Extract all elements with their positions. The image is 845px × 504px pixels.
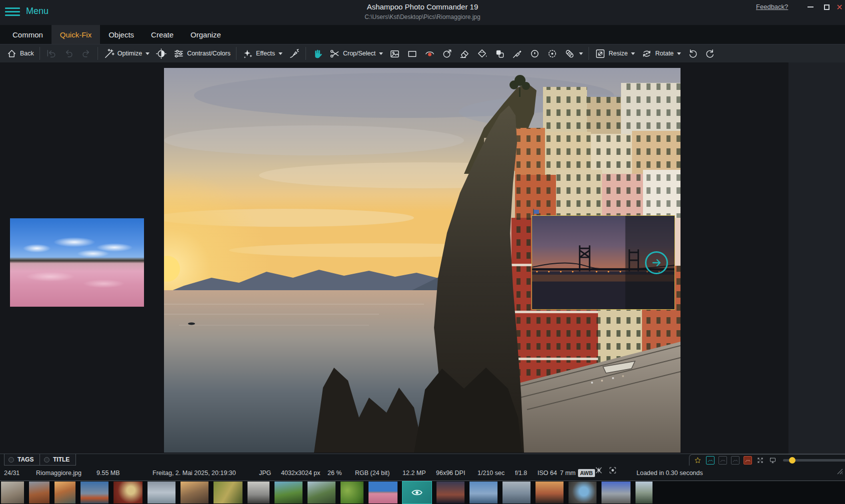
crop-select-button[interactable]: Crop/Select xyxy=(326,46,386,61)
filmstrip-thumb-red-rooftops[interactable] xyxy=(29,482,50,504)
status-exposure: 1/210 sec xyxy=(478,466,504,481)
rect-select-button[interactable] xyxy=(404,46,421,61)
home-icon xyxy=(6,48,18,59)
red-eye-icon xyxy=(424,48,436,59)
flash-off-icon xyxy=(594,466,604,475)
contrast-icon xyxy=(156,48,167,59)
main-area xyxy=(0,62,845,454)
vignette-button[interactable] xyxy=(544,46,561,61)
eyedropper-icon xyxy=(512,48,523,59)
thumb-highlight-button[interactable] xyxy=(744,456,752,465)
status-focal-length: 7 mm xyxy=(560,466,576,481)
retouch-brush-button[interactable] xyxy=(286,46,303,61)
rotate-left-button[interactable] xyxy=(684,46,702,61)
redo-icon xyxy=(80,48,92,59)
zoom-slider-knob[interactable] xyxy=(789,457,796,464)
optimize-button[interactable]: Optimize xyxy=(100,46,152,61)
straighten-button[interactable] xyxy=(386,46,404,61)
shapes-copy-icon xyxy=(494,48,506,59)
blur-tool-button[interactable] xyxy=(526,46,544,61)
clone-button[interactable] xyxy=(438,46,456,61)
contrast-colors-button[interactable]: Contrast/Colors xyxy=(170,46,234,61)
effects-button[interactable]: Effects xyxy=(239,46,286,61)
file-path: C:\Users\Kst\Desktop\Pics\Riomaggiore.jp… xyxy=(0,13,845,20)
rating-star-button[interactable] xyxy=(694,456,702,465)
rotate-cw-icon xyxy=(704,48,716,59)
white-balance-badge: AWB xyxy=(578,469,595,477)
status-format: JPG xyxy=(259,466,271,481)
next-image-panel xyxy=(788,62,845,454)
window-resize-grip[interactable] xyxy=(836,466,844,474)
minimize-button[interactable] xyxy=(804,2,817,12)
eye-icon xyxy=(410,486,424,499)
feedback-link[interactable]: Feedback? xyxy=(756,3,788,10)
rotate-right-button[interactable] xyxy=(702,46,719,61)
eyedropper-button[interactable] xyxy=(508,46,526,61)
sliders-icon xyxy=(173,48,184,59)
status-color-mode: RGB (24 bit) xyxy=(355,466,390,481)
tab-organize[interactable]: Organize xyxy=(182,25,230,44)
filmstrip-thumb-island-church[interactable] xyxy=(502,482,530,504)
fill-button[interactable] xyxy=(474,46,491,61)
tab-create[interactable]: Create xyxy=(142,25,182,44)
zoom-slider[interactable] xyxy=(783,459,845,462)
filmstrip-thumb-bamboo-forest[interactable] xyxy=(214,482,242,504)
filmstrip-thumb-torii-gate[interactable] xyxy=(148,482,176,504)
red-eye-button[interactable] xyxy=(421,46,438,61)
filmstrip-thumb-mountain-falls[interactable] xyxy=(180,482,208,504)
tags-tab[interactable]: TAGS xyxy=(4,454,40,466)
filmstrip-thumb-painted-plates[interactable] xyxy=(114,482,142,504)
hand-icon xyxy=(312,48,323,59)
resize-caret xyxy=(631,52,635,55)
tab-common[interactable]: Common xyxy=(4,25,52,44)
thumb-size-large-button[interactable] xyxy=(731,456,740,465)
back-button[interactable]: Back xyxy=(3,46,37,61)
title-tab[interactable]: TITLE xyxy=(40,454,76,466)
filmstrip-thumb-lake-cabin[interactable] xyxy=(470,482,498,504)
status-iso: ISO 64 xyxy=(538,466,557,481)
next-image-button[interactable] xyxy=(645,251,668,274)
sparkles-icon xyxy=(242,48,254,59)
filmstrip-thumb-bridge-dusk[interactable] xyxy=(436,482,464,504)
filmstrip-thumb-stone-arch[interactable] xyxy=(568,482,596,504)
resize-button[interactable]: Resize xyxy=(592,46,638,61)
filmstrip-thumb-sunset-palms[interactable] xyxy=(536,482,564,504)
close-button[interactable]: ✕ xyxy=(833,2,845,12)
eraser-icon xyxy=(459,48,470,59)
water-drop-circle-icon xyxy=(529,48,540,59)
tab-quick-fix[interactable]: Quick-Fix xyxy=(52,25,100,44)
undo-button[interactable] xyxy=(60,46,78,61)
rotate-button[interactable]: Rotate xyxy=(638,46,684,61)
filmstrip-thumb-waterfall[interactable] xyxy=(636,482,652,504)
fullscreen-button[interactable] xyxy=(756,456,764,465)
undo-icon xyxy=(63,48,74,59)
status-dimensions: 4032x3024 px xyxy=(281,466,320,481)
redo-button[interactable] xyxy=(78,46,95,61)
filmstrip-thumb-valley-river[interactable] xyxy=(308,482,336,504)
filmstrip-thumb-pink-lake[interactable] xyxy=(368,482,398,504)
filmstrip-thumb-rocky-village[interactable] xyxy=(1,482,24,504)
eraser-button[interactable] xyxy=(456,46,474,61)
thumb-size-medium-button[interactable] xyxy=(718,456,727,465)
tab-objects[interactable]: Objects xyxy=(100,25,142,44)
app-window: Menu Ashampoo Photo Commander 19 C:\User… xyxy=(0,0,845,504)
undo-all-button[interactable] xyxy=(42,46,60,61)
filmstrip-thumb-lily-pads[interactable] xyxy=(340,482,364,504)
filmstrip-thumb-cathedral[interactable] xyxy=(248,482,270,504)
healing-caret xyxy=(579,52,583,55)
auto-contrast-button[interactable] xyxy=(152,46,170,61)
stamp-shapes-button[interactable] xyxy=(491,46,508,61)
filmstrip-thumb-harbor-houses[interactable] xyxy=(80,482,108,504)
filmstrip-thumb-three-peaks[interactable] xyxy=(602,482,630,504)
straighten-photo-icon xyxy=(389,48,400,59)
pan-hand-tool[interactable] xyxy=(308,46,326,61)
filmstrip-thumb-autumn-city[interactable] xyxy=(54,482,76,504)
maximize-button[interactable] xyxy=(820,2,833,12)
healing-button[interactable] xyxy=(561,46,586,61)
previous-image-preview[interactable] xyxy=(10,218,144,307)
filmstrip-thumb-green-hills[interactable] xyxy=(274,482,302,504)
monitor-view-button[interactable] xyxy=(768,456,777,465)
filmstrip-thumb-current-image[interactable] xyxy=(402,482,432,504)
brush-icon xyxy=(288,48,300,59)
thumb-size-small-button[interactable] xyxy=(706,456,714,465)
